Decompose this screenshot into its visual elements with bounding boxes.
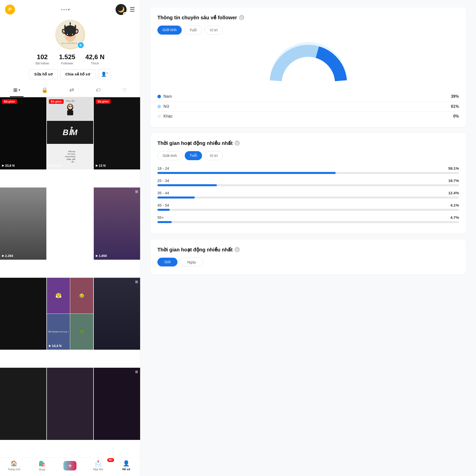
nav-inbox[interactable]: 📩 99+ Hộp thư	[84, 460, 112, 471]
activity-card-1: Thời gian hoạt động nhiều nhất ⓘ Giới tí…	[150, 133, 466, 234]
bar-track-25-34	[157, 184, 459, 186]
bar-25-34: 25 - 34 19.7%	[157, 178, 459, 186]
svg-point-14	[68, 104, 72, 109]
video-cell-3[interactable]: Đã ghim ▶ 13 N	[94, 97, 140, 169]
bar-pct-55plus: 4.7%	[450, 215, 459, 220]
nav-shop[interactable]: 🛍️ Shop	[28, 460, 56, 471]
video-cell-11[interactable]: ⊞	[94, 368, 140, 440]
view-count-3: ▶ 13 N	[96, 164, 106, 167]
video-cell-10[interactable]	[47, 368, 93, 440]
follower-info-icon[interactable]: ⓘ	[239, 15, 244, 20]
nu-pct: 61%	[451, 104, 459, 109]
video-cell-2[interactable]: Đã ghim Theo dõi	[47, 97, 93, 169]
video-cell-5[interactable]: 😤 😢 Hỏi thế gian tình là gì ? 🌿 ▶ 14,4 N	[47, 278, 93, 350]
follow-count: 102	[37, 53, 48, 61]
plus-icon: +	[68, 462, 72, 469]
p-logo: P	[5, 5, 15, 15]
tab-liked[interactable]: ♡	[119, 85, 130, 95]
share-profile-button[interactable]: Chia sẻ hồ sơ	[60, 69, 95, 79]
activity1-filter-gender[interactable]: Giới tính	[157, 151, 182, 160]
bar-label-35-44: 35 - 44	[157, 191, 169, 195]
bar-55plus: 55+ 4.7%	[157, 215, 459, 223]
tab-tagged[interactable]: 🏷	[92, 85, 104, 95]
pinned-badge-1: Đã ghim	[2, 99, 17, 104]
likes-count: 42,6 N	[85, 53, 105, 61]
bar-35-44: 35 - 44 12.4%	[157, 191, 459, 199]
svg-point-15	[69, 106, 70, 107]
video-cell-4[interactable]: ▶ 2.284	[0, 187, 46, 260]
video-cell-9[interactable]	[0, 368, 46, 440]
follower-filter-tabs: Giới tính Tuổi Vị trí	[157, 26, 459, 35]
nav-add[interactable]: +	[56, 461, 84, 470]
add-friend-button[interactable]: 👤+	[98, 69, 111, 79]
time-tab-hour[interactable]: Giờ	[157, 258, 177, 266]
shop-icon: 🛍️	[39, 460, 45, 467]
view-count-5: ▶ 14,4 N	[49, 344, 61, 348]
top-avatar[interactable]: 🌙 99	[116, 4, 127, 15]
profile-label: Hồ sơ	[122, 468, 130, 471]
video-cell-1[interactable]: Đã ghim ▶ 33,8 N	[0, 97, 46, 169]
time-tab-day[interactable]: Ngày	[180, 258, 203, 266]
video-cell-6[interactable]: ⊞ ▶ 1.850	[94, 187, 140, 260]
play-icon-2: ▶	[49, 164, 51, 167]
bottom-nav: 🏠 Trang chủ 🛍️ Shop + 📩 99+ Hộp thư 👤 Hồ…	[0, 457, 140, 476]
chevron-down-icon[interactable]: ▾	[68, 8, 70, 12]
filter-tab-gender[interactable]: Giới tính	[157, 26, 182, 35]
filter-tab-age[interactable]: Tuổi	[184, 26, 202, 35]
add-button[interactable]: +	[63, 461, 76, 470]
svg-point-5	[67, 34, 68, 35]
bar-track-18-24	[157, 172, 459, 174]
heart-icon: ♡	[122, 87, 127, 93]
tab-private[interactable]: 🔒	[38, 85, 51, 95]
dot2	[63, 9, 65, 10]
profile-section: — 友だちの手を取り日々— + 102 Đã follow 1.525 Foll…	[0, 17, 140, 83]
image-icon-8: ⊞	[135, 280, 138, 284]
edit-profile-button[interactable]: Sửa hồ sơ	[29, 69, 58, 79]
play-icon: ▶	[2, 164, 4, 167]
add-friend-icon: 👤+	[101, 71, 108, 77]
nam-label: Nam	[163, 94, 172, 99]
dot1	[61, 9, 62, 10]
khac-pct: 0%	[453, 114, 459, 119]
tab-repost[interactable]: ⇄	[66, 85, 77, 95]
activity1-filter-location[interactable]: Vị trí	[205, 151, 223, 160]
tag-icon: 🏷	[96, 87, 101, 93]
tab-grid[interactable]: ⊞▾	[10, 85, 24, 95]
khac-dot	[157, 115, 161, 118]
legend-nu: Nữ 61%	[157, 102, 459, 112]
bar-track-55plus	[157, 221, 459, 223]
stat-follower: 1.525 Follower	[59, 53, 75, 65]
bar-pct-35-44: 12.4%	[448, 191, 459, 195]
activity1-info-icon[interactable]: ⓘ	[235, 141, 240, 146]
collage-1: 😤	[47, 278, 70, 314]
account-switcher[interactable]: ▾	[61, 8, 70, 12]
view-count-6: ▶ 1.850	[96, 254, 107, 258]
video-cell-7[interactable]	[0, 278, 46, 350]
add-story-button[interactable]: +	[77, 42, 84, 49]
bar-pct-45-54: 4.1%	[450, 203, 459, 207]
pinned-badge-3: Đã ghim	[96, 99, 111, 104]
bar-label-18-24: 18 - 24	[157, 166, 169, 170]
dot3	[66, 9, 67, 10]
donut-chart	[268, 41, 348, 86]
bar-label-55plus: 55+	[157, 215, 164, 220]
filter-tab-location[interactable]: Vị trí	[205, 26, 223, 35]
time-tabs: Giờ Ngày	[157, 258, 459, 266]
follower-insights-card: Thông tin chuyên sâu về follower ⓘ Giới …	[150, 8, 466, 127]
bar-fill-55plus	[157, 221, 172, 223]
activity1-filter-age[interactable]: Tuổi	[185, 151, 202, 160]
menu-icon[interactable]: ☰	[130, 6, 135, 13]
collage-4: 🌿	[70, 314, 93, 350]
shop-label: Shop	[39, 468, 45, 471]
bar-label-25-34: 25 - 34	[157, 178, 169, 183]
lock-icon: 🔒	[42, 87, 48, 93]
activity2-info-icon[interactable]: ⓘ	[235, 247, 240, 252]
age-bars: 18 - 24 59.1% 25 - 34 19.7% 35 - 44	[157, 166, 459, 223]
khac-label: Khác	[163, 114, 172, 119]
video-cell-8[interactable]: ⊞	[94, 278, 140, 350]
bar-fill-18-24	[157, 172, 336, 174]
nav-home[interactable]: 🏠 Trang chủ	[0, 460, 28, 471]
donut-chart-wrapper	[157, 41, 459, 86]
nav-profile[interactable]: 👤 Hồ sơ	[112, 460, 140, 471]
home-icon: 🏠	[11, 460, 17, 467]
